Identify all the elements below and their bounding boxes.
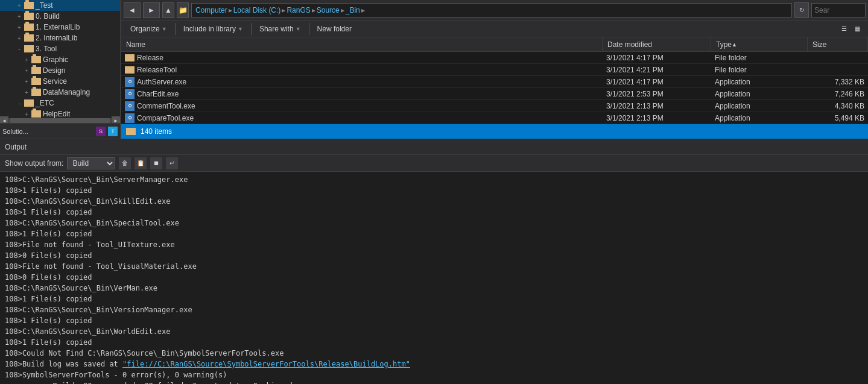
tree-item[interactable]: -_ETC (0, 98, 120, 109)
output-build-log-link[interactable]: "file://C:\RanGS\Source\SymbolServerForT… (122, 360, 410, 368)
tree-folder-icon (24, 34, 34, 42)
solution-icon1[interactable]: S (96, 127, 106, 136)
back-button[interactable]: ◄ (124, 2, 141, 18)
address-path[interactable]: Computer ▸ Local Disk (C:) ▸ RanGS ▸ Sou… (191, 3, 792, 17)
file-row[interactable]: ⚙AuthServer.exe3/1/2021 4:17 PMApplicati… (121, 76, 868, 88)
tree-expand-icon[interactable]: + (22, 89, 31, 96)
solution-icon2[interactable]: T (108, 127, 118, 136)
crumb-source[interactable]: Source (317, 6, 340, 14)
tree-folder-icon (24, 45, 34, 52)
crumb-computer[interactable]: Computer (195, 6, 227, 14)
output-line: ========== Build: 80 succeeded, 28 faile… (5, 380, 863, 384)
explorer-toolbar: Organize ▼ Include in library ▼ Share wi… (121, 20, 868, 37)
file-list-container[interactable]: Name Date modified Type Size Release3/1/… (121, 37, 868, 124)
output-line: 108>1 File(s) copied (5, 337, 863, 348)
refresh-button[interactable]: ↻ (794, 2, 809, 18)
output-source-select[interactable]: Build (67, 157, 115, 169)
file-row[interactable]: ⚙CompareTool.exe3/1/2021 2:13 PMApplicat… (121, 112, 868, 124)
file-row[interactable]: Release3/1/2021 4:17 PMFile folder (121, 52, 868, 64)
share-with-button[interactable]: Share with ▼ (255, 23, 305, 35)
forward-button[interactable]: ► (143, 2, 160, 18)
file-date-cell: 3/1/2021 4:17 PM (603, 76, 711, 87)
file-row[interactable]: ⚙CommentTool.exe3/1/2021 2:13 PMApplicat… (121, 100, 868, 112)
output-line: 108>C:\RanGS\Source\_Bin\VerMan.exe (5, 283, 863, 294)
tree-item[interactable]: +_Test (0, 0, 120, 11)
tree-item[interactable]: +HelpEdit (0, 109, 120, 118)
file-name-cell: ⚙CharEdit.exe (121, 88, 603, 99)
tree-scroll-container[interactable]: +_Test+0. Build+1. ExternalLib+2. Intern… (0, 0, 120, 118)
tree-item[interactable]: +1. ExternalLib (0, 22, 120, 33)
tree-expand-icon[interactable]: + (22, 68, 31, 74)
tree-expand-icon[interactable]: + (14, 35, 24, 42)
col-date[interactable]: Date modified (603, 37, 711, 51)
tree-expand-icon[interactable]: + (22, 78, 31, 85)
tree-expand-icon[interactable]: - (14, 46, 24, 52)
file-name-text: AuthServer.exe (137, 78, 186, 86)
tree-item[interactable]: +0. Build (0, 11, 120, 22)
file-name-cell: ReleaseTool (121, 64, 603, 75)
output-line: 108>0 File(s) copied (5, 272, 863, 283)
tree-folder-icon (31, 78, 41, 85)
tree-expand-icon[interactable]: + (14, 24, 24, 31)
file-size-cell: 4,340 KB (808, 100, 868, 112)
tree-folder-icon (24, 2, 34, 9)
h-scrollbar[interactable]: ◄ ► (0, 118, 120, 123)
view-list-icon[interactable]: ☰ (838, 23, 850, 35)
search-input[interactable] (811, 3, 866, 17)
solution-toolbar-bottom: Solutio... S T (0, 123, 120, 139)
output-clear-btn[interactable]: 🗑 (119, 157, 131, 169)
tree-expand-icon[interactable]: + (22, 57, 31, 63)
tree-item[interactable]: -3. Tool (0, 43, 120, 54)
tree-expand-icon[interactable]: - (14, 100, 24, 107)
col-size[interactable]: Size (808, 37, 868, 51)
new-folder-button[interactable]: New folder (313, 23, 356, 35)
tree-item-label: 3. Tool (36, 45, 57, 53)
tree-folder-icon (31, 110, 41, 118)
output-content[interactable]: 108>C:\RanGS\Source\_Bin\ServerManager.e… (0, 172, 868, 384)
file-row[interactable]: ⚙CharEdit.exe3/1/2021 2:53 PMApplication… (121, 88, 868, 100)
output-line: 108>File not found - Tool_UITexture.exe (5, 239, 863, 250)
crumb-localdisk[interactable]: Local Disk (C:) (233, 6, 281, 14)
tree-expand-icon[interactable]: + (14, 2, 24, 9)
organize-button[interactable]: Organize ▼ (126, 23, 171, 35)
right-panel: ◄ ► ▲ 📁 Computer ▸ Local Disk (C:) ▸ Ran… (121, 0, 868, 139)
file-row[interactable]: ReleaseTool3/1/2021 4:21 PMFile folder (121, 64, 868, 76)
up-button[interactable]: ▲ (162, 2, 174, 18)
file-date-cell: 3/1/2021 2:53 PM (603, 88, 711, 99)
solution-label: Solutio... (2, 128, 28, 135)
include-library-button[interactable]: Include in library ▼ (179, 23, 247, 35)
tree-item[interactable]: +2. InternalLib (0, 33, 120, 43)
folder-icon-btn[interactable]: 📁 (177, 2, 189, 18)
solution-icons: S T (96, 127, 118, 136)
file-size-cell (808, 52, 868, 63)
tree-item[interactable]: +DataManaging (0, 87, 120, 98)
output-wrap-btn[interactable]: ↵ (166, 157, 178, 169)
output-line: 108>1 File(s) copied (5, 207, 863, 218)
col-name[interactable]: Name (121, 37, 603, 51)
output-stop-btn[interactable]: ⏹ (150, 157, 162, 169)
tree-folder-icon (24, 13, 34, 20)
output-line: 108>1 File(s) copied (5, 228, 863, 239)
view-details-icon[interactable]: ▦ (851, 23, 863, 35)
output-line: 108>Could Not Find C:\RanGS\Source\_Bin\… (5, 348, 863, 359)
file-name-text: CompareTool.exe (137, 114, 194, 122)
tree-expand-icon[interactable]: + (14, 13, 24, 20)
tree-item-label: Service (43, 77, 67, 86)
crumb-rangs[interactable]: RanGS (287, 6, 310, 14)
tree-folder-icon (31, 89, 41, 96)
col-type[interactable]: Type (711, 37, 808, 51)
tree-item-label: _Test (36, 1, 53, 10)
toolbar-sep3 (309, 23, 309, 35)
output-copy-btn[interactable]: 📋 (135, 157, 147, 169)
tree-item[interactable]: +Design (0, 65, 120, 76)
output-line-text: 108>Build log was saved at (5, 360, 122, 368)
tree-expand-icon[interactable]: + (22, 111, 31, 118)
tree-item[interactable]: +Graphic (0, 54, 120, 65)
file-size-cell (808, 64, 868, 75)
tree-item[interactable]: +Service (0, 76, 120, 87)
include-arrow: ▼ (238, 26, 243, 32)
crumb-bin[interactable]: _Bin (346, 6, 360, 14)
output-line: 108>0 File(s) copied (5, 250, 863, 261)
include-label: Include in library (183, 25, 236, 33)
explorer-addressbar: ◄ ► ▲ 📁 Computer ▸ Local Disk (C:) ▸ Ran… (121, 0, 868, 20)
